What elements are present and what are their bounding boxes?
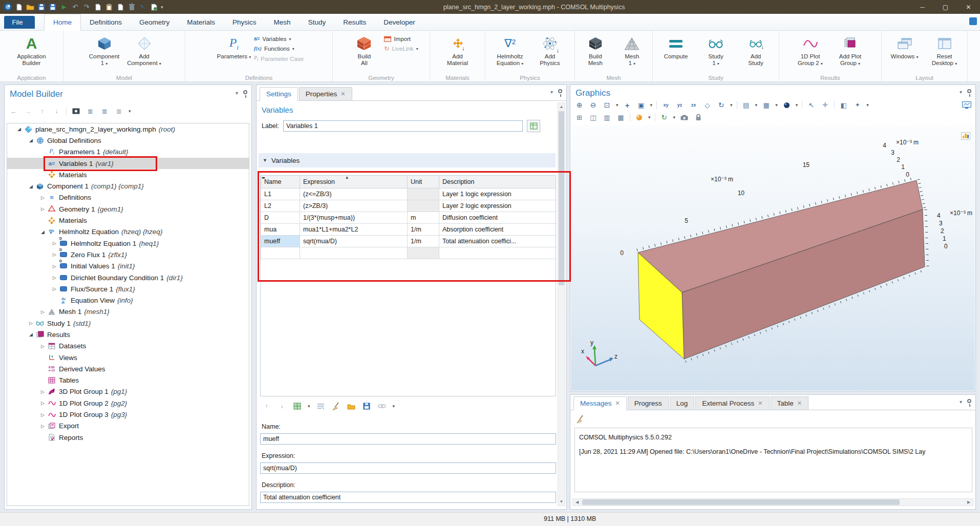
functions-button[interactable]: f(x)Functions ▾ <box>254 46 304 52</box>
column-header-expression[interactable]: Expression▲ <box>300 176 408 188</box>
messages-tab-log[interactable]: Log <box>670 396 695 410</box>
expand-icon[interactable]: ▷ <box>39 309 47 314</box>
mesh-1-button[interactable]: Mesh1 ▾ <box>614 32 651 73</box>
copy-icon[interactable] <box>93 3 102 12</box>
menu-tab-mesh[interactable]: Mesh <box>265 14 300 31</box>
dropdown-icon[interactable]: ▾ <box>866 102 869 108</box>
tree-node-mesh-1[interactable]: ▷Mesh 1{mesh1} <box>7 306 249 318</box>
dropdown-icon[interactable]: ▾ <box>616 102 619 108</box>
add-plot-group-button[interactable]: Add PlotGroup ▾ <box>830 32 870 73</box>
1d-plot-group-2-button[interactable]: 1D PlotGroup 2 ▾ <box>791 32 830 73</box>
tree-node-datasets[interactable]: ▷Datasets <box>7 341 249 352</box>
redo-icon[interactable]: ↷ <box>82 3 91 12</box>
tree-node-materials[interactable]: Materials <box>7 169 249 180</box>
material-color-icon[interactable] <box>634 113 644 122</box>
clear-log-icon[interactable] <box>576 414 585 424</box>
plot-monitor-icon[interactable] <box>962 100 971 110</box>
tree-node-zero-flux-1[interactable]: ▷DZero Flux 1{zflx1} <box>7 249 249 260</box>
add-table-icon[interactable] <box>292 402 302 411</box>
messages-scrollbar[interactable]: ◀ ▶ <box>572 498 973 506</box>
messages-tab-messages[interactable]: Messages✕ <box>573 396 627 410</box>
settings-tab-properties[interactable]: Properties✕ <box>299 87 352 101</box>
save-icon[interactable] <box>37 3 46 12</box>
build-mesh-button[interactable]: BuildMesh <box>577 32 614 73</box>
column-header-description[interactable]: Description <box>439 176 556 188</box>
view-xy-icon[interactable]: xy <box>661 100 671 110</box>
tree-node-helmholtz-equation[interactable]: ◢∇²Helmholtz Equation(hzeq) {hzeq} <box>7 226 249 238</box>
tree-node-3d-plot-group-1[interactable]: ▷3D Plot Group 1{pg1} <box>7 386 249 397</box>
close-button[interactable]: ✕ <box>957 0 980 14</box>
expand-icon[interactable]: ▷ <box>51 241 58 246</box>
menu-tab-geometry[interactable]: Geometry <box>131 14 178 31</box>
edit-list-icon[interactable] <box>316 402 326 411</box>
menu-tab-physics[interactable]: Physics <box>224 14 265 31</box>
variables-button[interactable]: a=Variables ▾ <box>254 36 304 42</box>
dropdown-icon[interactable]: ▾ <box>775 102 778 108</box>
close-icon[interactable]: ✕ <box>340 91 345 97</box>
dropdown-icon[interactable]: ▾ <box>308 404 310 409</box>
dropdown-icon[interactable]: ▾ <box>393 404 395 409</box>
expand-icon[interactable]: ▷ <box>27 321 35 326</box>
dropdown-icon[interactable]: ▾ <box>755 102 758 108</box>
expand-icon[interactable]: ▷ <box>39 412 47 417</box>
cell-name[interactable] <box>261 247 300 259</box>
collapse-icon[interactable]: ◢ <box>27 138 35 143</box>
menu-tab-developer[interactable]: Developer <box>375 14 424 31</box>
expand-icon[interactable]: ▷ <box>51 264 58 269</box>
panel-menu-icon[interactable]: ▾ <box>960 89 962 95</box>
show-icon[interactable] <box>71 107 81 116</box>
plot-thumbnail-icon[interactable] <box>961 132 970 140</box>
select-icon[interactable]: ↖ <box>138 3 147 12</box>
pin-icon[interactable] <box>558 89 562 93</box>
zoom-extents-icon[interactable]: ▣ <box>636 100 646 110</box>
column-header-name[interactable]: Name▸▸ <box>261 176 300 188</box>
cell-name[interactable]: D <box>261 212 300 223</box>
tree-node-helmholtz-equation-1[interactable]: ▷DHelmholtz Equation 1{heq1} <box>7 238 249 249</box>
image-icon[interactable]: ▦ <box>761 100 771 110</box>
print-icon[interactable]: ▤ <box>741 100 751 110</box>
tree-node-parameters-1[interactable]: PiParameters 1{default} <box>7 146 249 158</box>
view-yz-icon[interactable]: yz <box>675 100 685 110</box>
back-icon[interactable]: ← <box>9 107 18 116</box>
messages-tab-external-process[interactable]: External Process✕ <box>695 396 769 410</box>
add-material-button[interactable]: ↓AddMaterial <box>438 32 478 73</box>
save-as-icon[interactable] <box>48 3 57 12</box>
tree-node-export[interactable]: ▷Export <box>7 420 249 432</box>
tree-node-results[interactable]: ◢Results <box>7 329 249 340</box>
file-menu-button[interactable]: File ▾ <box>4 16 35 29</box>
collapse-icon[interactable]: ◢ <box>27 332 35 337</box>
variables-section-header[interactable]: ▼ Variables <box>259 153 556 167</box>
label-options-button[interactable] <box>527 120 540 132</box>
dropdown-icon[interactable]: ▾ <box>796 102 798 108</box>
cell-unit[interactable]: 1/m <box>408 235 439 247</box>
tree-node-definitions[interactable]: ▷≡Definitions <box>7 192 249 203</box>
settings-tab-settings[interactable]: Settings <box>260 87 298 101</box>
field-input-description[interactable]: Total attenuation coefficient <box>260 492 556 503</box>
tree-node-plane-src-hmgn-2-layer-working-mph[interactable]: ◢plane_src_hmgn_2_layer_working.mph(root… <box>7 123 249 135</box>
camera-icon[interactable] <box>679 113 689 122</box>
window-split-1-icon[interactable]: ⊞ <box>574 113 584 122</box>
tree-node-derived-values[interactable]: 8.85e-12Derived Values <box>7 363 249 374</box>
variable-row-empty[interactable] <box>261 247 556 259</box>
messages-tab-table[interactable]: Table✕ <box>771 396 809 410</box>
select-icon[interactable]: ↖ <box>806 100 816 110</box>
expand-all-icon[interactable]: ≣ <box>100 107 110 116</box>
cell-name[interactable]: mua <box>261 223 300 235</box>
scrollbar-thumb[interactable] <box>559 111 564 285</box>
delete-icon[interactable] <box>127 3 136 12</box>
rotate-icon[interactable]: ↻ <box>716 100 726 110</box>
panel-menu-icon[interactable]: ▾ <box>960 399 962 405</box>
variable-row-L1[interactable]: L1(z<=ZB/3)Layer 1 logic expression <box>261 188 556 200</box>
expand-icon[interactable]: ▷ <box>39 206 47 212</box>
cell-expression[interactable]: (z<=ZB/3) <box>300 188 408 200</box>
comsol-logo-icon[interactable] <box>3 3 12 12</box>
menu-tab-results[interactable]: Results <box>334 14 375 31</box>
menu-tab-definitions[interactable]: Definitions <box>81 14 131 31</box>
tree-node-materials[interactable]: Materials <box>7 215 249 226</box>
tree-node-geometry-1[interactable]: ▷Geometry 1{geom1} <box>7 203 249 215</box>
column-header-unit[interactable]: Unit <box>408 176 439 188</box>
move-up-icon[interactable]: ↑ <box>37 107 47 116</box>
panel-menu-icon[interactable]: ▾ <box>550 89 553 95</box>
cell-unit[interactable]: 1/m <box>408 223 439 235</box>
parameter-case-button[interactable]: PiParameter Case <box>254 55 304 62</box>
